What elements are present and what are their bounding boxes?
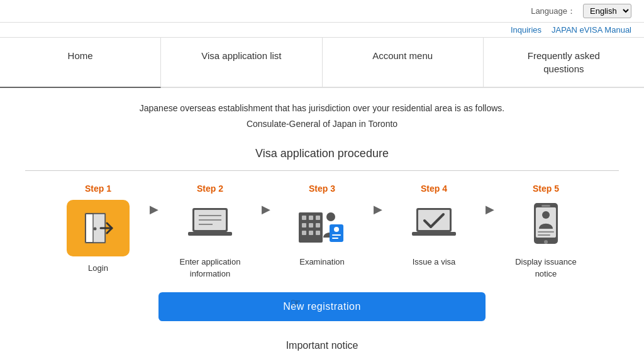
svg-rect-27 — [418, 210, 450, 230]
arrow-2: ▶ — [262, 184, 270, 216]
arrow-1: ▶ — [150, 184, 158, 216]
svg-rect-15 — [302, 223, 306, 228]
svg-rect-35 — [538, 234, 550, 236]
nav-home[interactable]: Home — [0, 38, 161, 88]
step-5: Step 5 — [496, 184, 596, 279]
step-1: Step 1 Logi — [48, 184, 148, 274]
svg-point-4 — [94, 228, 97, 231]
step-2-text: Enter applicationinformation — [180, 256, 241, 279]
nav-visa-list[interactable]: Visa application list — [161, 38, 322, 87]
nav-account-menu[interactable]: Account menu — [323, 38, 484, 87]
svg-rect-31 — [541, 205, 550, 207]
step-2-label: Step 2 — [197, 184, 223, 194]
jurisdiction-line2: Consulate-General of Japan in Toronto — [25, 116, 619, 132]
svg-rect-16 — [309, 223, 313, 228]
inquiries-link[interactable]: Inquiries — [511, 25, 541, 35]
step-3-text: Examination — [299, 256, 345, 268]
svg-rect-14 — [316, 216, 320, 220]
important-notice-title: Important notice — [25, 340, 619, 351]
jurisdiction-text: Japanese overseas establishment that has… — [25, 101, 619, 132]
svg-point-23 — [334, 227, 339, 232]
step-5-icon — [518, 200, 574, 250]
svg-point-32 — [544, 240, 548, 244]
procedure-section: Visa application procedure Step 1 — [25, 147, 619, 321]
svg-rect-18 — [302, 231, 306, 235]
new-registration-button[interactable]: New registration — [158, 292, 486, 321]
svg-rect-12 — [302, 216, 306, 220]
jurisdiction-line1: Japanese overseas establishment that has… — [25, 101, 619, 116]
language-select[interactable]: English 日本語 — [583, 4, 631, 18]
step-5-text: Display issuancenotice — [515, 256, 577, 279]
step-3-label: Step 3 — [309, 184, 335, 194]
svg-rect-28 — [412, 232, 456, 236]
svg-rect-19 — [309, 231, 313, 235]
svg-point-33 — [542, 211, 550, 219]
step-4-icon — [406, 200, 462, 250]
step-2: Step 2 Enter application — [160, 184, 260, 279]
svg-rect-25 — [332, 238, 338, 239]
svg-rect-13 — [309, 216, 313, 220]
step-1-label: Step 1 — [85, 184, 111, 194]
arrow-4: ▶ — [486, 184, 494, 216]
step-1-icon — [67, 200, 130, 256]
main-nav: Home Visa application list Account menu … — [0, 38, 644, 88]
step-4-text: Issue a visa — [413, 256, 456, 268]
step-4-label: Step 4 — [421, 184, 447, 194]
step-3-icon — [294, 200, 350, 250]
procedure-divider — [25, 170, 619, 171]
svg-rect-24 — [332, 234, 341, 236]
steps-container: Step 1 Logi — [25, 184, 619, 279]
nav-faq[interactable]: Frequently askedquestions — [484, 38, 644, 87]
svg-rect-17 — [316, 223, 320, 228]
secondary-nav: Inquiries JAPAN eVISA Manual — [0, 23, 644, 38]
top-bar: Language： English 日本語 — [0, 0, 644, 23]
content-area: Japanese overseas establishment that has… — [0, 88, 644, 362]
step-2-icon — [182, 200, 238, 250]
language-label: Language： — [531, 6, 575, 17]
svg-rect-7 — [188, 232, 232, 236]
svg-rect-34 — [538, 231, 554, 233]
svg-point-21 — [326, 212, 335, 221]
evisa-manual-link[interactable]: JAPAN eVISA Manual — [552, 25, 631, 35]
step-5-label: Step 5 — [533, 184, 559, 194]
new-registration-wrapper: ☞ New registration — [158, 292, 486, 321]
arrow-3: ▶ — [374, 184, 382, 216]
step-4: Step 4 Issue a visa — [384, 184, 484, 268]
svg-rect-20 — [316, 231, 320, 235]
procedure-title: Visa application procedure — [25, 147, 619, 160]
step-3: Step 3 — [272, 184, 372, 268]
step-1-text: Login — [88, 263, 108, 274]
